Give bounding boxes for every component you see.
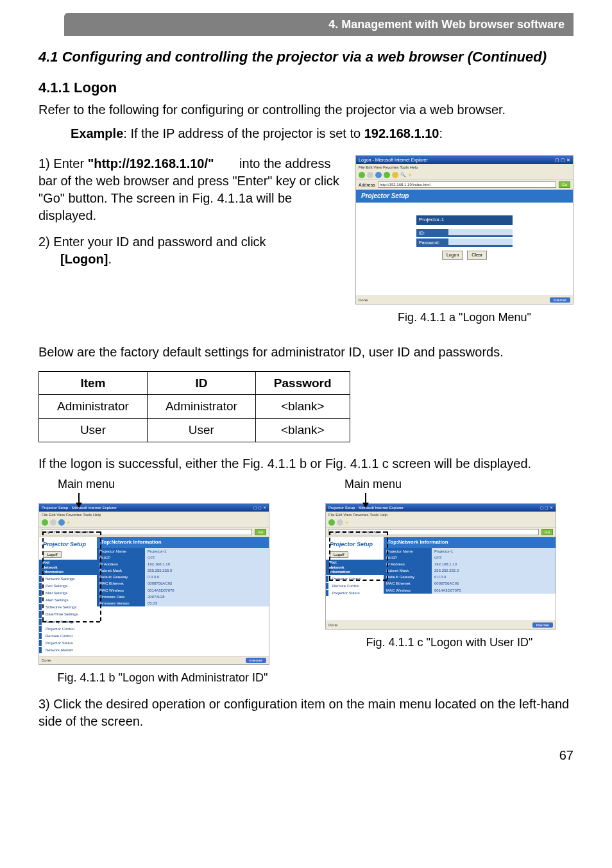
favorites-icon: ★: [67, 520, 70, 525]
info-key: MAC Ethernet: [384, 580, 432, 587]
step2-btn: [Logon]: [60, 252, 108, 266]
info-value: OFF: [432, 555, 556, 561]
sidebar-item[interactable]: Projector Status: [326, 590, 384, 596]
info-value: 0.0.0.0: [145, 574, 269, 580]
admin-screenshot: Projector Setup - Microsoft Internet Exp…: [38, 503, 269, 665]
id-input[interactable]: [448, 229, 513, 235]
sidebar-item[interactable]: Date/Time Settings: [39, 611, 97, 617]
info-key: Projector Name: [384, 548, 432, 555]
address-field[interactable]: http://192.168.1.10/index.html: [378, 181, 556, 188]
stop-icon: [58, 519, 65, 526]
password-input[interactable]: [448, 238, 513, 245]
th-id: ID: [147, 371, 255, 395]
sb-info: Information: [329, 570, 350, 574]
status-done: Done: [359, 297, 368, 303]
info-value: 0014A3D07070: [432, 587, 556, 594]
sub-title: 4.1.1 Logon: [38, 78, 574, 97]
dashed-guide: [42, 531, 100, 533]
defaults-table: Item ID Password Administrator Administr…: [38, 371, 350, 442]
top-header: Top:Network Information: [384, 537, 556, 548]
status-internet: Internet: [246, 658, 266, 663]
page-number: 67: [38, 747, 574, 764]
ie-menubar: File Edit View Favorites Tools Help: [356, 164, 573, 171]
forward-icon: [337, 519, 343, 526]
sidebar-item[interactable]: Network Settings: [39, 576, 97, 582]
info-value: 05.03: [145, 600, 269, 606]
forward-icon: [50, 519, 56, 526]
sidebar-title: Projector Setup: [326, 539, 384, 549]
info-key: DHCP: [384, 555, 432, 561]
info-value: 0014A3D07070: [145, 587, 269, 594]
top-header: Top:Network Information: [97, 537, 269, 548]
sidebar-item[interactable]: Alert Settings: [39, 597, 97, 603]
step1-lead: 1) Enter: [38, 156, 88, 171]
favorites-icon: ★: [408, 172, 412, 178]
info-row: MAC Ethernet0008756AC92: [97, 580, 269, 587]
main-menu-label: Main menu: [58, 476, 287, 492]
go-button[interactable]: Go: [559, 181, 570, 188]
info-value: Projector-1: [432, 548, 556, 555]
sidebar-item[interactable]: Mail Settings: [39, 590, 97, 596]
info-key: Subnet Mask: [384, 567, 432, 574]
info-key: Firmware Version: [97, 600, 145, 606]
info-value: 255.255.255.0: [145, 567, 269, 574]
main-menu-label: Main menu: [344, 476, 574, 492]
info-key: IP Address: [384, 561, 432, 567]
go-button[interactable]: Go: [541, 529, 553, 535]
ie-statusbar: Done Internet: [39, 656, 269, 664]
favorites-icon: ★: [345, 520, 348, 525]
dashed-guide: [387, 531, 388, 580]
status-internet: Internet: [532, 622, 553, 628]
fig-c-caption: Fig. 4.1.1 c "Logon with User ID": [325, 635, 574, 650]
stop-icon: [375, 172, 382, 178]
info-row: MAC Ethernet0008756AC92: [384, 580, 556, 587]
info-value: OFF: [145, 555, 269, 561]
dashed-guide: [42, 621, 100, 622]
breadcrumb: 4. Management with Web browser software: [64, 13, 574, 36]
logoff-button[interactable]: Logoff: [43, 551, 62, 558]
step1-url: "http://192.168.1.10/": [88, 156, 214, 171]
user-screenshot: Projector Setup - Microsoft Internet Exp…: [325, 503, 556, 630]
sidebar-item[interactable]: Projector Control: [39, 626, 97, 632]
table-row: Administrator Administrator <blank>: [39, 395, 350, 419]
sidebar-item[interactable]: Remote Control: [39, 633, 97, 639]
info-key: Subnet Mask: [97, 567, 145, 574]
ie-titlebar: Logon - Microsoft Internet Explorer ▢ ▢ …: [356, 156, 573, 164]
info-key: MAC Wireless: [97, 587, 145, 594]
intro: Refer to the following for configuring o…: [38, 101, 574, 119]
password-label: Password:: [416, 238, 448, 247]
ie-toolbar: ★: [39, 518, 269, 528]
go-button[interactable]: Go: [255, 529, 266, 535]
info-row: Default Gateway0.0.0.0: [384, 574, 556, 580]
back-icon: [359, 172, 365, 178]
example-body: : If the IP address of the projector is …: [123, 126, 364, 140]
info-row: DHCPOFF: [97, 555, 269, 561]
step-3: 3) Click the desired operation or config…: [38, 696, 574, 730]
dashed-guide: [329, 531, 330, 580]
arrow-down-icon: [365, 493, 366, 507]
dashed-guide: [100, 531, 101, 621]
ie-titlebar: Projector Setup - Microsoft Internet Exp…: [39, 504, 269, 512]
dashed-guide: [42, 531, 44, 621]
info-row: DHCPOFF: [384, 555, 556, 561]
step-1: 1) Enter "http://192.168.1.10/" into the…: [38, 155, 346, 224]
clear-button[interactable]: Clear: [467, 251, 487, 259]
fig-a-caption: Fig. 4.1.1 a "Logon Menu": [355, 310, 574, 325]
sidebar-item[interactable]: Port Settings: [39, 583, 97, 589]
example-label: Example: [71, 126, 123, 140]
status-done: Done: [328, 622, 337, 628]
info-value: 192.168.1.10: [432, 561, 556, 567]
dashed-guide: [329, 580, 387, 581]
ie-statusbar: Done Internet: [326, 621, 556, 629]
sidebar-item[interactable]: Network Restart: [39, 647, 97, 653]
sidebar-item[interactable]: Remote Control: [326, 583, 384, 589]
sidebar-item[interactable]: Projector Status: [39, 640, 97, 646]
projector-setup-header: Projector Setup: [356, 190, 573, 203]
logoff-button[interactable]: Logoff: [330, 551, 348, 558]
step3-text: 3) Click the desired operation or config…: [38, 697, 569, 728]
logon-button[interactable]: Logon: [442, 251, 463, 259]
info-value: 0008756AC92: [145, 580, 269, 587]
home-icon: [392, 172, 398, 178]
info-row: Subnet Mask255.255.255.0: [384, 567, 556, 574]
sidebar-item[interactable]: Schedule Settings: [39, 604, 97, 610]
